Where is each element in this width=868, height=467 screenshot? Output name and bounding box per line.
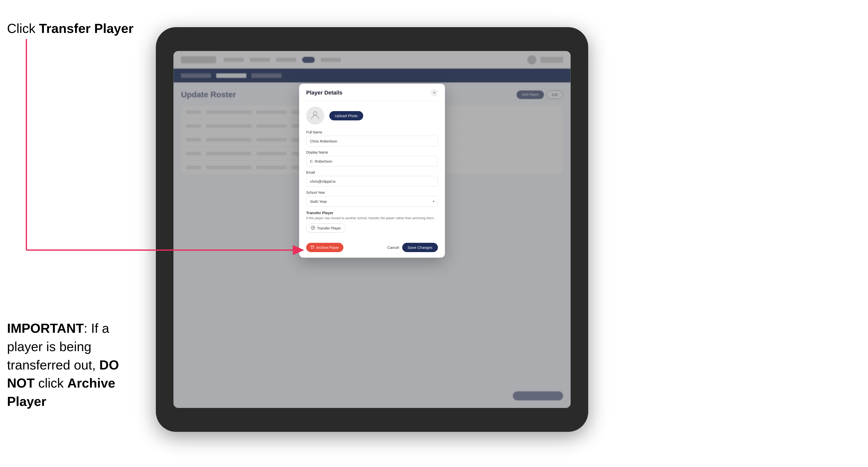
full-name-group: Full Name	[306, 130, 438, 146]
archive-icon	[311, 245, 314, 250]
modal-title: Player Details	[306, 90, 342, 96]
avatar-upload-row: Upload Photo	[306, 106, 438, 125]
modal-header: Player Details ×	[299, 84, 445, 101]
tablet-screen: Update Roster Add Player Edit	[174, 51, 570, 408]
transfer-icon	[311, 226, 315, 230]
full-name-label: Full Name	[306, 130, 438, 134]
transfer-player-description: If this player has moved to another scho…	[306, 216, 438, 220]
school-year-label: School Year	[306, 190, 438, 194]
archive-player-button[interactable]: Archive Player	[306, 243, 343, 252]
modal-close-button[interactable]: ×	[431, 89, 438, 96]
transfer-player-button[interactable]: Transfer Player	[306, 223, 346, 233]
upload-photo-button[interactable]: Upload Photo	[329, 111, 363, 120]
full-name-input[interactable]	[306, 136, 438, 146]
modal-overlay: Player Details ×	[174, 51, 570, 408]
tablet-device: Update Roster Add Player Edit	[156, 27, 588, 432]
avatar-icon	[310, 110, 320, 121]
display-name-group: Display Name	[306, 150, 438, 166]
player-details-modal: Player Details ×	[299, 84, 445, 258]
school-year-select-wrapper: Sixth Year ▾	[306, 196, 438, 207]
instruction-bottom: IMPORTANT: If a player is being transfer…	[7, 319, 148, 411]
email-label: Email	[306, 170, 438, 175]
modal-footer: Archive Player Cancel Save Changes	[299, 243, 445, 258]
instruction-top: Click Transfer Player	[7, 20, 133, 37]
modal-body: Upload Photo Full Name Display Name	[299, 101, 445, 243]
transfer-player-title: Transfer Player	[306, 211, 438, 215]
display-name-input[interactable]	[306, 156, 438, 166]
save-changes-button[interactable]: Save Changes	[402, 243, 438, 252]
cancel-button[interactable]: Cancel	[388, 245, 399, 250]
avatar-circle	[306, 106, 324, 125]
display-name-label: Display Name	[306, 150, 438, 154]
transfer-player-section: Transfer Player If this player has moved…	[306, 211, 438, 233]
school-year-select[interactable]: Sixth Year	[306, 196, 438, 207]
email-input[interactable]	[306, 176, 438, 187]
svg-point-3	[313, 112, 317, 115]
svg-rect-5	[311, 246, 314, 246]
email-group: Email	[306, 170, 438, 187]
school-year-group: School Year Sixth Year ▾	[306, 190, 438, 207]
